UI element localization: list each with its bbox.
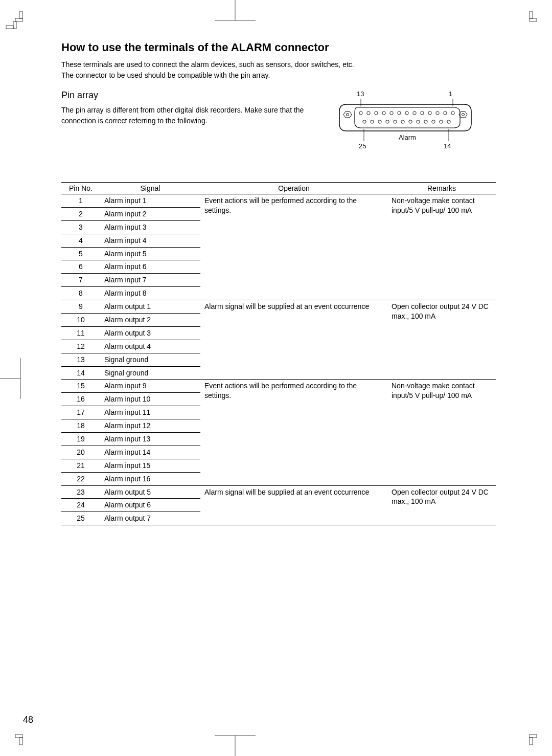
cell-pin-no: 2 [61,207,100,220]
cell-pin-no: 8 [61,287,100,300]
svg-marker-16 [343,112,352,118]
page-heading: How to use the terminals of the ALARM co… [61,41,496,54]
cell-signal: Alarm input 3 [100,220,200,234]
cell-signal: Alarm output 6 [100,499,200,512]
pin-array-subheading: Pin array [61,90,322,101]
cell-remarks: Open collector output 24 V DC max., 100 … [387,485,496,525]
cell-pin-no: 9 [61,300,100,314]
svg-point-19 [462,114,465,116]
cell-pin-no: 3 [61,220,100,234]
crop-mark-bottom-center [215,725,256,756]
svg-point-34 [371,120,374,123]
table-row: 1Alarm input 1Event actions will be perf… [61,194,496,208]
cell-pin-no: 11 [61,326,100,340]
cell-pin-no: 13 [61,353,100,366]
svg-point-36 [386,120,389,123]
svg-point-35 [378,120,381,123]
cell-pin-no: 4 [61,234,100,247]
table-row: 15Alarm input 9Event actions will be per… [61,380,496,393]
crop-mark-top-right [521,6,552,37]
cell-signal: Alarm output 5 [100,485,200,499]
svg-point-28 [421,112,424,115]
cell-signal: Alarm input 4 [100,234,200,247]
cell-signal: Alarm output 3 [100,326,200,340]
cell-signal: Signal ground [100,366,200,380]
cell-operation: Event actions will be performed accordin… [200,194,387,300]
cell-signal: Alarm input 14 [100,446,200,459]
table-row: 23Alarm output 5Alarm signal will be sup… [61,485,496,499]
cell-pin-no: 7 [61,274,100,287]
header-remarks: Remarks [387,183,496,194]
header-pin-no: Pin No. [61,183,100,194]
pin-table: Pin No. Signal Operation Remarks 1Alarm … [61,182,496,525]
crop-mark-bottom-right [521,719,552,750]
svg-point-31 [444,112,447,115]
cell-signal: Alarm output 7 [100,512,200,525]
svg-point-27 [413,112,416,115]
cell-pin-no: 17 [61,406,100,419]
svg-point-39 [409,120,412,123]
table-row: 9Alarm output 1Alarm signal will be supp… [61,300,496,314]
header-operation: Operation [200,183,387,194]
cell-signal: Signal ground [100,353,200,366]
cell-remarks: Non-voltage make contact input/5 V pull-… [387,194,496,300]
svg-rect-6 [530,11,533,18]
cell-signal: Alarm output 2 [100,314,200,327]
header-signal: Signal [100,183,200,194]
svg-rect-2 [6,26,13,29]
cell-operation: Alarm signal will be supplied at an even… [200,485,387,525]
cell-pin-no: 22 [61,472,100,485]
cell-pin-no: 19 [61,433,100,446]
cell-signal: Alarm input 5 [100,247,200,260]
cell-pin-no: 24 [61,499,100,512]
diagram-label-top-right: 1 [449,90,452,98]
intro-line-1: These terminals are used to connect the … [61,60,354,69]
cell-pin-no: 1 [61,194,100,208]
svg-point-44 [447,120,450,123]
svg-point-24 [390,112,393,115]
svg-point-17 [347,114,349,116]
svg-rect-9 [15,735,22,738]
connector-diagram: 13 1 [332,90,496,162]
cell-pin-no: 10 [61,314,100,327]
svg-point-21 [367,112,370,115]
diagram-label-alarm: Alarm [399,134,416,141]
cell-operation: Alarm signal will be supplied at an even… [200,300,387,380]
pin-array-description: The pin array is different from other di… [61,105,322,126]
svg-point-38 [401,120,404,123]
diagram-label-top-left: 13 [357,90,364,98]
cell-signal: Alarm input 1 [100,194,200,208]
svg-rect-7 [530,18,537,21]
cell-pin-no: 25 [61,512,100,525]
svg-point-42 [432,120,435,123]
svg-rect-1 [15,18,22,21]
svg-rect-0 [19,11,22,18]
cell-signal: Alarm input 6 [100,260,200,274]
cell-signal: Alarm output 4 [100,340,200,353]
svg-point-41 [424,120,427,123]
cell-signal: Alarm input 11 [100,406,200,419]
cell-pin-no: 16 [61,393,100,406]
diagram-label-bottom-left: 25 [359,142,366,150]
cell-signal: Alarm output 1 [100,300,200,314]
cell-signal: Alarm input 2 [100,207,200,220]
cell-signal: Alarm input 10 [100,393,200,406]
cell-pin-no: 14 [61,366,100,380]
svg-point-25 [398,112,401,115]
cell-operation: Event actions will be performed accordin… [200,380,387,485]
crop-mark-mid-left [0,358,31,399]
cell-pin-no: 20 [61,446,100,459]
cell-pin-no: 18 [61,419,100,433]
cell-signal: Alarm input 15 [100,459,200,472]
svg-point-40 [417,120,420,123]
cell-pin-no: 12 [61,340,100,353]
diagram-label-bottom-right: 14 [444,142,451,150]
svg-point-22 [375,112,378,115]
crop-mark-top-left [0,6,31,37]
svg-rect-8 [19,738,22,745]
cell-pin-no: 23 [61,485,100,499]
cell-pin-no: 5 [61,247,100,260]
cell-pin-no: 21 [61,459,100,472]
svg-point-33 [363,120,366,123]
cell-signal: Alarm input 8 [100,287,200,300]
